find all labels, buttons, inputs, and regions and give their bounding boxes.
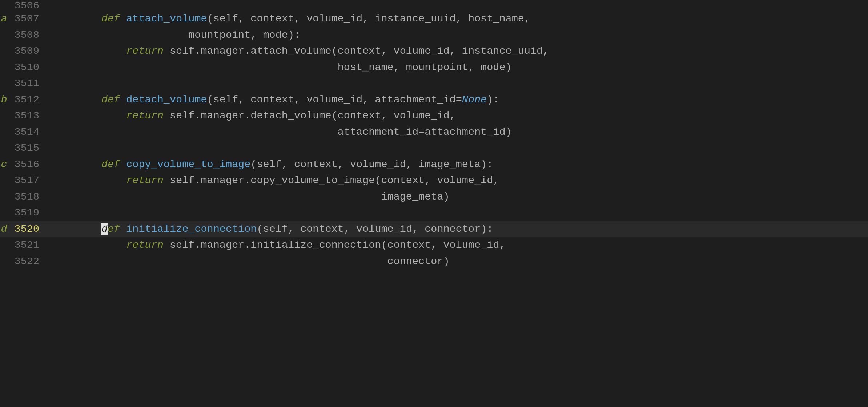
code-line[interactable]: 3506: [0, 0, 868, 11]
keyword-return: return: [126, 174, 164, 186]
code-text: image_meta): [44, 189, 450, 205]
line-number-current: 3520: [8, 221, 44, 238]
line-number: 3509: [8, 43, 44, 60]
code-text: mountpoint, mode):: [44, 27, 300, 44]
code-line-current[interactable]: d 3520 def initialize_connection(self, c…: [0, 221, 868, 238]
code-line[interactable]: 3517 return self.manager.copy_volume_to_…: [0, 173, 868, 189]
code-line[interactable]: 3509 return self.manager.attach_volume(c…: [0, 43, 868, 60]
line-number: 3515: [8, 140, 44, 157]
code-text: return self.manager.initialize_connectio…: [44, 237, 506, 254]
keyword-return: return: [126, 110, 164, 122]
code-text: def initialize_connection(self, context,…: [44, 221, 493, 238]
code-text: connector): [44, 254, 450, 270]
code-text: return self.manager.attach_volume(contex…: [44, 43, 549, 60]
code-line[interactable]: 3514 attachment_id=attachment_id): [0, 124, 868, 141]
code-line[interactable]: 3510 host_name, mountpoint, mode): [0, 60, 868, 76]
line-number: 3519: [8, 205, 44, 221]
line-number: 3508: [8, 27, 44, 44]
code-line[interactable]: 3519: [0, 205, 868, 221]
code-line[interactable]: 3515: [0, 140, 868, 157]
code-editor[interactable]: 3506 a 3507 def attach_volume(self, cont…: [0, 0, 868, 407]
line-number: 3517: [8, 173, 44, 189]
code-line[interactable]: a 3507 def attach_volume(self, context, …: [0, 11, 868, 27]
line-number: 3514: [8, 124, 44, 141]
line-number: 3512: [8, 92, 44, 108]
keyword-return: return: [126, 239, 164, 251]
line-number: 3513: [8, 108, 44, 124]
code-text: def copy_volume_to_image(self, context, …: [44, 157, 493, 173]
code-text: host_name, mountpoint, mode): [44, 60, 512, 76]
gutter-mark: b: [0, 92, 8, 108]
code-line[interactable]: 3521 return self.manager.initialize_conn…: [0, 237, 868, 254]
cursor-block: d: [101, 223, 108, 235]
code-line[interactable]: 3518 image_meta): [0, 189, 868, 205]
code-text: attachment_id=attachment_id): [44, 124, 512, 141]
line-number: 3522: [8, 254, 44, 270]
code-text: def detach_volume(self, context, volume_…: [44, 92, 499, 108]
code-line[interactable]: 3522 connector): [0, 254, 868, 270]
gutter-mark: c: [0, 157, 8, 173]
line-number: 3516: [8, 157, 44, 173]
code-line[interactable]: 3508 mountpoint, mode):: [0, 27, 868, 44]
function-name: copy_volume_to_image: [126, 158, 250, 170]
keyword-return: return: [126, 45, 164, 57]
line-number: 3521: [8, 237, 44, 254]
gutter-mark: a: [0, 11, 8, 27]
function-name: initialize_connection: [126, 223, 257, 235]
code-line[interactable]: c 3516 def copy_volume_to_image(self, co…: [0, 157, 868, 173]
line-number: 3506: [8, 0, 44, 11]
keyword-def: def: [101, 158, 120, 170]
gutter-mark: d: [0, 221, 8, 238]
function-name: detach_volume: [126, 94, 207, 106]
keyword-def: def: [101, 223, 120, 235]
literal-none: None: [462, 94, 487, 106]
code-text: return self.manager.detach_volume(contex…: [44, 108, 456, 124]
line-number: 3518: [8, 189, 44, 205]
code-line[interactable]: b 3512 def detach_volume(self, context, …: [0, 92, 868, 108]
code-text: def attach_volume(self, context, volume_…: [44, 11, 530, 27]
code-line[interactable]: 3513 return self.manager.detach_volume(c…: [0, 108, 868, 124]
line-number: 3511: [8, 76, 44, 92]
code-text: return self.manager.copy_volume_to_image…: [44, 173, 499, 189]
line-number: 3507: [8, 11, 44, 27]
function-name: attach_volume: [126, 13, 207, 25]
keyword-def: def: [101, 13, 120, 25]
code-line[interactable]: 3511: [0, 76, 868, 92]
line-number: 3510: [8, 60, 44, 76]
keyword-def: def: [101, 94, 120, 106]
